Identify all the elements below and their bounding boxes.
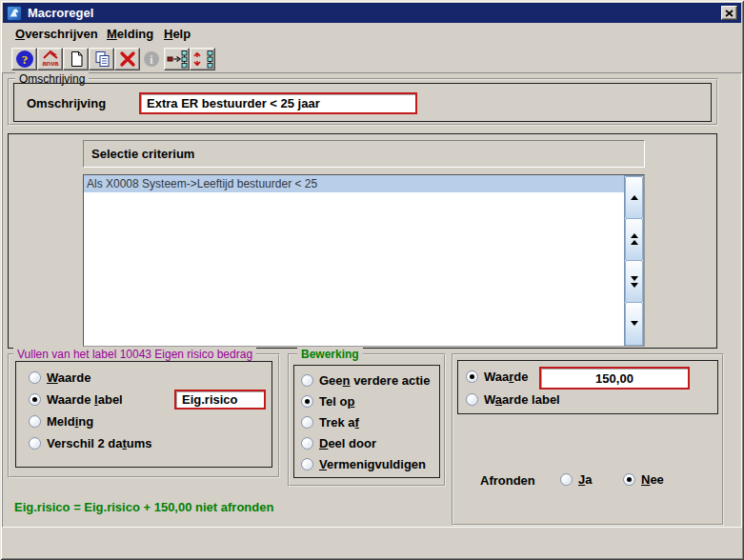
- copy-icon: [92, 50, 111, 69]
- bewerking-group-title: Bewerking: [297, 348, 363, 361]
- radio-indicator: [466, 393, 478, 406]
- radio-tel-op[interactable]: Tel op: [301, 394, 354, 409]
- assign-label-button[interactable]: [164, 48, 190, 70]
- radio-geen-verdere-actie[interactable]: Geen verdere actie: [301, 373, 430, 388]
- new-document-icon: [67, 50, 86, 69]
- anva-button[interactable]: anva: [37, 48, 63, 70]
- criteria-listbox[interactable]: Als X0008 Systeem->Leeftijd bestuurder <…: [83, 174, 645, 347]
- selectie-header: Selectie criterium: [83, 140, 645, 168]
- radio-melding[interactable]: Melding: [29, 414, 93, 429]
- new-document-button[interactable]: [63, 48, 89, 70]
- afronden-label: Afronden: [480, 473, 535, 488]
- arrow-down-icon: [631, 321, 638, 326]
- radio-indicator: [560, 473, 573, 486]
- window-title: Macroregel: [28, 6, 721, 20]
- criteria-scrollbar: [624, 175, 644, 346]
- scroll-page-up-button[interactable]: [625, 218, 643, 261]
- radio-indicator: [301, 374, 313, 387]
- radio-deel-door[interactable]: Deel door: [301, 436, 376, 450]
- close-icon: [725, 10, 734, 17]
- close-button[interactable]: [721, 6, 737, 20]
- help-button[interactable]: ?: [11, 48, 37, 70]
- menu-overschrijven[interactable]: Overschrijven: [11, 26, 102, 42]
- result-formula: Eig.risico = Eig.risico + 150,00 niet af…: [14, 500, 273, 514]
- radio-indicator: [29, 371, 41, 384]
- radio-verschil-2-datums[interactable]: Verschil 2 datums: [29, 436, 152, 450]
- radio-indicator: [301, 416, 313, 429]
- svg-text:anva: anva: [42, 59, 59, 68]
- radio-indicator: [623, 473, 635, 486]
- menu-melding[interactable]: Melding: [103, 26, 157, 42]
- move-rows-icon: [192, 50, 213, 69]
- svg-text:?: ?: [21, 52, 28, 67]
- radio-indicator: [29, 415, 41, 428]
- radio-waarde-label-value[interactable]: Waarde label: [466, 392, 560, 407]
- fill-group-title: Vullen van het label 10043 Eigen risico …: [13, 348, 256, 361]
- scroll-page-down-button[interactable]: [625, 260, 643, 303]
- arrow-down-icon: [631, 283, 638, 288]
- assign-label-icon: [167, 50, 188, 69]
- radio-afronden-ja[interactable]: Ja: [560, 472, 592, 487]
- radio-indicator: [29, 393, 41, 406]
- scroll-up-button[interactable]: [625, 176, 643, 219]
- radio-indicator: [29, 437, 41, 450]
- info-icon: i: [143, 50, 160, 68]
- copy-button[interactable]: [89, 48, 114, 70]
- app-icon: [7, 6, 22, 21]
- menu-bar: Overschrijven Melding Help: [4, 24, 740, 44]
- radio-indicator: [466, 370, 478, 383]
- arrow-up-icon: [631, 240, 638, 245]
- radio-afronden-nee[interactable]: Nee: [623, 472, 664, 487]
- macroregel-window: Macroregel Overschrijven Melding Help ? …: [0, 0, 744, 560]
- radio-waarde[interactable]: Waarde: [29, 370, 91, 385]
- arrow-up-icon: [631, 233, 638, 238]
- waarde-value-input[interactable]: 150,00: [539, 367, 690, 390]
- anva-icon: anva: [40, 50, 61, 69]
- info-button[interactable]: i: [143, 50, 160, 68]
- criteria-list-item[interactable]: Als X0008 Systeem->Leeftijd bestuurder <…: [84, 175, 644, 192]
- delete-button[interactable]: [114, 48, 140, 70]
- radio-indicator: [301, 458, 313, 470]
- move-rows-button[interactable]: [190, 48, 215, 70]
- help-icon: ?: [15, 50, 34, 69]
- arrow-down-icon: [631, 276, 638, 281]
- menu-help[interactable]: Help: [160, 26, 194, 42]
- scroll-down-button[interactable]: [625, 302, 643, 345]
- delete-icon: [118, 50, 137, 69]
- radio-indicator: [301, 395, 313, 408]
- title-bar[interactable]: Macroregel: [3, 3, 741, 23]
- radio-indicator: [301, 437, 313, 450]
- arrow-up-icon: [631, 195, 638, 200]
- radio-vermenigvuldigen[interactable]: Vermenigvuldigen: [301, 457, 426, 471]
- omschrijving-label: Omschrijving: [27, 96, 106, 110]
- radio-waarde-value[interactable]: Waarde: [466, 370, 528, 384]
- radio-trek-af[interactable]: Trek af: [301, 415, 359, 430]
- radio-waarde-label[interactable]: Waarde label: [29, 392, 123, 407]
- waarde-label-input[interactable]: Eig.risico: [174, 390, 266, 410]
- omschrijving-input[interactable]: Extra ER bestuurder < 25 jaar: [139, 92, 417, 114]
